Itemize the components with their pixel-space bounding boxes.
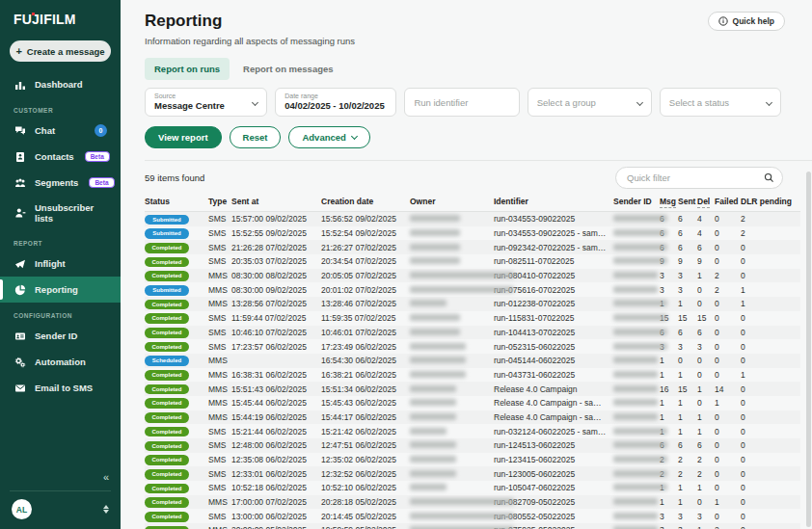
collapse-sidebar-button[interactable]: « — [0, 467, 121, 490]
status-badge: Completed — [145, 342, 189, 353]
scrollbar-thumb[interactable] — [806, 172, 811, 527]
table-row[interactable]: Completed MMS 15:45:44 06/02/2025 15:45:… — [145, 396, 800, 410]
table-row[interactable]: Submitted SMS 15:57:00 09/02/2025 15:56:… — [145, 212, 800, 226]
quick-filter-input[interactable] — [627, 172, 764, 183]
cell-del: 4 — [697, 228, 715, 238]
beta-badge: Beta — [89, 177, 114, 189]
table-row[interactable]: Completed SMS 12:48:00 06/02/2025 12:47:… — [145, 438, 800, 453]
col-msg[interactable]: Msg — [660, 197, 678, 206]
sender-redacted — [613, 456, 667, 463]
source-select[interactable]: Source Message Centre — [145, 88, 267, 117]
sidebar-item-reporting[interactable]: Reporting — [0, 277, 121, 303]
sidebar-item-email-to-sms[interactable]: Email to SMS — [0, 375, 121, 401]
avatar[interactable]: AL — [12, 499, 32, 519]
col-dlr-pending[interactable]: DLR pending — [741, 197, 800, 206]
view-report-button[interactable]: View report — [145, 126, 222, 148]
table-row[interactable]: Completed SMS 13:00:00 06/02/2025 20:14:… — [145, 509, 800, 523]
chevron-up-icon — [103, 505, 109, 509]
cell-dlr: 0 — [741, 440, 800, 450]
table-row[interactable]: Completed SMS 20:35:03 07/02/2025 20:34:… — [145, 254, 800, 269]
status-badge: Submitted — [145, 285, 189, 296]
status-select[interactable] — [660, 88, 781, 117]
col-failed[interactable]: Failed — [715, 197, 741, 206]
create-message-button[interactable]: + Create a message — [10, 40, 111, 62]
tab-report-on-runs[interactable]: Report on runs — [145, 58, 230, 80]
advanced-button[interactable]: Advanced — [288, 126, 369, 148]
sidebar-item-dashboard[interactable]: Dashboard — [0, 71, 121, 97]
table-row[interactable]: Completed MMS 15:44:19 06/02/2025 15:44:… — [145, 410, 800, 425]
cell-del: 0 — [697, 370, 715, 380]
sidebar-item-chat[interactable]: Chat 0 — [0, 118, 121, 144]
reset-button[interactable]: Reset — [230, 126, 282, 148]
status-badge: Completed — [145, 300, 189, 310]
group-select[interactable] — [528, 88, 652, 117]
cell-sent: 1 — [678, 299, 697, 308]
cell-type: MMS — [208, 299, 231, 308]
table-row[interactable]: Completed SMS 12:35:08 06/02/2025 12:35:… — [145, 453, 800, 467]
table-row[interactable]: Scheduled MMS 16:54:30 06/02/2025 run-04… — [145, 354, 800, 368]
account-switcher-button[interactable] — [103, 505, 109, 514]
cell-sent: 15 — [678, 384, 697, 394]
table-row[interactable]: Completed SMS 17:23:57 06/02/2025 17:23:… — [145, 339, 800, 354]
table-row[interactable]: Completed MMS 16:38:31 06/02/2025 16:38:… — [145, 368, 800, 383]
table-row[interactable]: Completed MMS 08:30:00 08/02/2025 20:05:… — [145, 269, 800, 283]
cell-del: 2 — [697, 455, 715, 464]
cell-sent-at: 15:21:44 06/02/2025 — [231, 427, 321, 436]
group-select-input[interactable] — [537, 97, 642, 108]
table-row[interactable]: Completed SMS 15:21:44 06/02/2025 15:21:… — [145, 424, 800, 438]
sidebar-item-sender-id[interactable]: Sender ID — [0, 323, 121, 349]
cell-msg: 3 — [660, 271, 678, 280]
col-status[interactable]: Status — [145, 197, 208, 206]
table-row[interactable]: Submitted MMS 08:30:00 09/02/2025 20:01:… — [145, 282, 800, 297]
col-sender-id[interactable]: Sender ID — [613, 197, 660, 206]
cell-dlr: 1 — [741, 285, 800, 295]
sidebar-item-automation[interactable]: Automation — [0, 349, 121, 375]
run-identifier-input[interactable] — [414, 97, 509, 108]
col-owner[interactable]: Owner — [410, 197, 494, 206]
table-row[interactable]: Completed MMS 13:28:56 07/02/2025 13:28:… — [145, 297, 800, 311]
vertical-scrollbar[interactable] — [806, 172, 811, 527]
owner-redacted — [410, 484, 447, 490]
date-range-picker[interactable]: Date range 04/02/2025 - 10/02/2025 — [275, 88, 396, 117]
cell-sent-at: 12:48:00 06/02/2025 — [231, 440, 321, 450]
sender-redacted — [613, 441, 667, 448]
search-icon[interactable] — [764, 172, 774, 183]
cell-sent: 2 — [678, 469, 697, 479]
table-row[interactable]: Completed SMS 10:52:18 06/02/2025 10:52:… — [145, 481, 800, 495]
cell-msg: 1 — [660, 398, 678, 408]
col-type[interactable]: Type — [208, 197, 231, 206]
sidebar-item-unsubscriber-lists[interactable]: Unsubscriber lists — [0, 196, 121, 230]
tab-report-on-messages[interactable]: Report on messages — [233, 58, 342, 80]
cell-dlr: 0 — [741, 384, 800, 394]
chevron-down-icon — [351, 133, 358, 140]
col-sent[interactable]: Sent — [678, 197, 697, 206]
cell-sent-at: 11:59:44 07/02/2025 — [231, 313, 321, 323]
status-badge: Completed — [145, 427, 189, 437]
col-del[interactable]: Del — [697, 197, 715, 206]
cell-del: 0 — [697, 285, 715, 295]
table-row[interactable]: Completed MMS 15:51:43 06/02/2025 15:51:… — [145, 382, 800, 396]
table-row[interactable]: Completed MMS 17:00:00 07/02/2025 20:28:… — [145, 495, 800, 510]
cell-sent: 6 — [678, 440, 697, 450]
table-row[interactable]: Completed SMS 10:46:10 07/02/2025 10:46:… — [145, 326, 800, 340]
cell-creation-date: 20:28:18 05/02/2025 — [321, 497, 410, 507]
sidebar-item-inflight[interactable]: Inflight — [0, 251, 121, 277]
cell-failed: 0 — [715, 328, 741, 337]
quick-help-button[interactable]: Quick help — [708, 12, 785, 31]
table-row[interactable]: Completed SMS 12:33:01 06/02/2025 12:32:… — [145, 466, 800, 481]
col-identifier[interactable]: Identifier — [494, 197, 613, 206]
col-creation-date[interactable]: Creation date — [321, 197, 410, 206]
table-row[interactable]: Completed SMS 21:26:28 07/02/2025 21:26:… — [145, 240, 800, 254]
sidebar-item-contacts[interactable]: Contacts Beta — [0, 144, 121, 170]
table-row[interactable]: Submitted SMS 15:52:55 09/02/2025 15:52:… — [145, 226, 800, 241]
cell-failed: 0 — [715, 440, 741, 450]
status-select-input[interactable] — [669, 97, 771, 108]
table-row[interactable]: Completed MMS 20:00:09 05/02/2025 19:59:… — [145, 523, 800, 529]
sidebar-item-segments[interactable]: Segments Beta — [0, 170, 121, 196]
owner-redacted — [410, 371, 466, 378]
col-sent-at[interactable]: Sent at — [231, 197, 321, 206]
owner-redacted — [410, 456, 456, 463]
sidebar-item-label: Dashboard — [35, 79, 83, 90]
cell-creation-date: 16:38:21 06/02/2025 — [321, 370, 410, 380]
table-row[interactable]: Completed SMS 11:59:44 07/02/2025 11:59:… — [145, 311, 800, 326]
